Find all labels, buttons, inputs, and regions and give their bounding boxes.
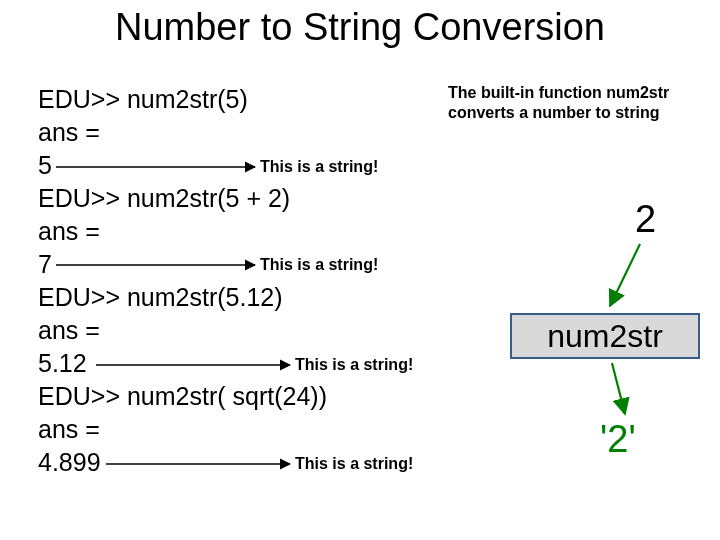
annotation-4: This is a string! (295, 455, 413, 473)
code-line-8: ans = (38, 316, 100, 345)
code-line-11: ans = (38, 415, 100, 444)
annotation-3: This is a string! (295, 356, 413, 374)
code-line-7: EDU>> num2str(5.12) (38, 283, 283, 312)
annotation-1: This is a string! (260, 158, 378, 176)
annotation-2: This is a string! (260, 256, 378, 274)
arrow-into-box (610, 244, 640, 306)
code-line-4: EDU>> num2str(5 + 2) (38, 184, 290, 213)
diagram-box: num2str (510, 313, 700, 359)
description-text: The built-in function num2str converts a… (448, 83, 698, 123)
code-line-9: 5.12 (38, 349, 87, 378)
slide: Number to String Conversion EDU>> num2st… (0, 0, 720, 540)
code-line-1: EDU>> num2str(5) (38, 85, 248, 114)
diagram-output: '2' (600, 418, 636, 461)
diagram-input: 2 (635, 198, 656, 241)
slide-title: Number to String Conversion (0, 6, 720, 49)
arrow-out-of-box (612, 363, 625, 414)
code-line-10: EDU>> num2str( sqrt(24)) (38, 382, 327, 411)
code-line-6: 7 (38, 250, 52, 279)
code-line-5: ans = (38, 217, 100, 246)
code-line-3: 5 (38, 151, 52, 180)
code-line-12: 4.899 (38, 448, 101, 477)
code-line-2: ans = (38, 118, 100, 147)
